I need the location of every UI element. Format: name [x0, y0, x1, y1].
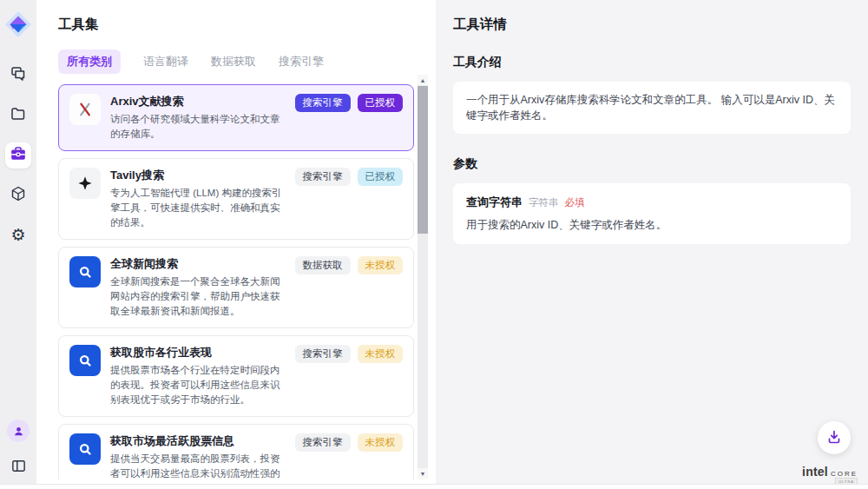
- tool-card[interactable]: Tavily搜索 专为人工智能代理 (LLM) 构建的搜索引擎工具，可快速提供实…: [58, 158, 414, 240]
- chat-icon: [10, 65, 27, 86]
- sidebar-item-toolbox[interactable]: [5, 142, 31, 169]
- scroll-up-icon[interactable]: ▲: [418, 75, 428, 85]
- arxiv-icon: [69, 94, 101, 125]
- tab-all-categories[interactable]: 所有类别: [58, 50, 121, 74]
- cube-icon: [10, 185, 27, 206]
- tab-1[interactable]: 语言翻译: [143, 50, 188, 74]
- tool-description: 专为人工智能代理 (LLM) 构建的搜索引擎工具，可快速提供实时、准确和真实的结…: [110, 186, 286, 230]
- core-wordmark: core ultra: [831, 466, 858, 479]
- detail-title: 工具详情: [453, 16, 851, 34]
- sidebar-bottom: [5, 418, 31, 480]
- sidebar-item-user-avatar[interactable]: [5, 418, 31, 444]
- parameter-card: 查询字符串 字符串 必填 用于搜索的Arxiv ID、关键字或作者姓名。: [453, 183, 851, 244]
- param-type: 字符串: [529, 196, 559, 209]
- tool-card[interactable]: 获取股市各行业表现 提供股票市场各个行业在特定时间段内的表现。投资者可以利用这些…: [58, 335, 414, 417]
- param-description: 用于搜索的Arxiv ID、关键字或作者姓名。: [466, 217, 838, 233]
- tool-card-list: Arxiv文献搜索 访问各个研究领域大量科学论文和文章的存储库。 搜索引擎 已授…: [58, 84, 414, 479]
- collapse-panel-icon: [10, 458, 27, 478]
- sidebar-item-cube[interactable]: [5, 182, 31, 208]
- stock-search-icon: [69, 345, 101, 376]
- category-badge: 搜索引擎: [295, 168, 351, 186]
- tool-name: Arxiv文献搜索: [110, 94, 286, 109]
- window-bottom-edge: [0, 484, 868, 489]
- scrollbar-thumb[interactable]: [418, 86, 428, 234]
- app-logo-icon: [4, 10, 32, 38]
- list-scrollbar[interactable]: ▲ ▼: [418, 75, 428, 479]
- settings-icon: ⚙: [10, 227, 25, 244]
- app-window: ⚙ 工具集 所有类别语言翻译数据获取搜索引擎 Arxiv文献搜索 访问各个研究领…: [0, 0, 868, 489]
- category-badge: 搜索引擎: [295, 345, 351, 363]
- tavily-star-icon: [69, 168, 101, 199]
- news-search-icon: [69, 256, 101, 287]
- tool-card[interactable]: 获取市场最活跃股票信息 提供当天交易量最高的股票列表，投资者可以利用这些信息来识…: [58, 424, 414, 479]
- tool-description: 全球新闻搜索是一个聚合全球各大新闻网站内容的搜索引擎，帮助用户快速获取全球最新资…: [110, 274, 286, 319]
- auth-status-badge: 未授权: [358, 433, 404, 452]
- tool-description: 访问各个研究领域大量科学论文和文章的存储库。: [110, 112, 286, 142]
- user-avatar-icon: [7, 420, 30, 442]
- param-required-flag: 必填: [565, 196, 585, 209]
- page-title: 工具集: [58, 16, 436, 34]
- category-tabs: 所有类别语言翻译数据获取搜索引擎: [58, 50, 436, 74]
- sidebar-item-collapse-panel[interactable]: [5, 454, 31, 480]
- intro-heading: 工具介绍: [453, 55, 851, 70]
- stock-search-icon: [69, 433, 101, 465]
- tool-name: 获取股市各行业表现: [110, 345, 286, 360]
- sidebar-nav: ⚙: [5, 63, 31, 248]
- scroll-down-icon[interactable]: ▼: [418, 468, 428, 479]
- auth-status-badge: 未授权: [358, 345, 404, 363]
- auth-status-badge: 已授权: [358, 168, 404, 186]
- tool-name: 获取市场最活跃股票信息: [110, 433, 286, 449]
- sidebar-item-settings[interactable]: ⚙: [5, 222, 31, 248]
- intro-text: 一个用于从Arxiv存储库搜索科学论文和文章的工具。 输入可以是Arxiv ID…: [453, 82, 851, 134]
- tool-name: Tavily搜索: [110, 168, 286, 183]
- download-icon: [825, 428, 843, 448]
- toolbox-icon: [10, 145, 27, 166]
- folder-icon: [10, 105, 27, 126]
- sidebar-item-folder[interactable]: [5, 102, 31, 129]
- category-badge: 数据获取: [295, 256, 351, 274]
- param-name: 查询字符串: [466, 195, 523, 210]
- auth-status-badge: 未授权: [358, 256, 404, 274]
- tool-description: 提供当天交易量最高的股票列表，投资者可以利用这些信息来识别流动性强的股票和潜在的…: [110, 452, 286, 479]
- category-badge: 搜索引擎: [295, 433, 351, 452]
- tool-description: 提供股票市场各个行业在特定时间段内的表现。投资者可以利用这些信息来识别表现优于或…: [110, 363, 286, 407]
- tool-list-panel: 工具集 所有类别语言翻译数据获取搜索引擎 Arxiv文献搜索 访问各个研究领域大…: [36, 0, 436, 489]
- intel-wordmark: intel: [802, 465, 828, 479]
- category-badge: 搜索引擎: [295, 94, 351, 112]
- icon-sidebar: ⚙: [0, 0, 36, 489]
- intel-core-logo: intel core ultra: [802, 465, 858, 479]
- sidebar-item-chat[interactable]: [5, 63, 31, 89]
- tool-card[interactable]: Arxiv文献搜索 访问各个研究领域大量科学论文和文章的存储库。 搜索引擎 已授…: [58, 84, 414, 151]
- tab-3[interactable]: 搜索引擎: [279, 50, 324, 74]
- download-button[interactable]: [818, 421, 851, 454]
- auth-status-badge: 已授权: [358, 94, 404, 112]
- params-heading: 参数: [453, 156, 851, 172]
- tool-card[interactable]: 全球新闻搜索 全球新闻搜索是一个聚合全球各大新闻网站内容的搜索引擎，帮助用户快速…: [58, 247, 414, 328]
- tool-detail-panel: 工具详情 工具介绍 一个用于从Arxiv存储库搜索科学论文和文章的工具。 输入可…: [436, 0, 868, 489]
- tab-2[interactable]: 数据获取: [211, 50, 256, 74]
- tool-name: 全球新闻搜索: [110, 256, 286, 272]
